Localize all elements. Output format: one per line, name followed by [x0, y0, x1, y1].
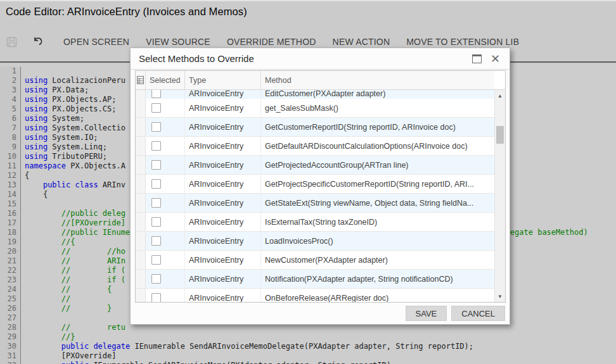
type-cell[interactable]: ARInvoiceEntry	[185, 289, 261, 302]
scroll-down-icon[interactable]: ▼	[495, 291, 505, 301]
line-number: 12	[0, 171, 21, 180]
row-header-cell[interactable]	[136, 213, 146, 231]
dialog-title: Select Methods to Override	[131, 53, 472, 64]
method-cell[interactable]: GetProjectedAccountGroup(ARTran line)	[261, 156, 494, 174]
method-cell[interactable]: GetCustomerReportID(String reportID, ARI…	[261, 118, 494, 136]
scroll-up-icon[interactable]: ▲	[495, 91, 505, 101]
table-row[interactable]: ARInvoiceEntryLoadInvoicesProc()	[136, 232, 494, 251]
type-cell[interactable]: ARInvoiceEntry	[185, 156, 261, 174]
column-header-method[interactable]: Method	[261, 71, 494, 89]
row-checkbox[interactable]	[151, 122, 161, 132]
table-row[interactable]: ARInvoiceEntryGetCustomerReportID(String…	[136, 118, 494, 137]
row-header-cell[interactable]	[136, 270, 146, 288]
type-cell[interactable]: ARInvoiceEntry	[185, 99, 261, 117]
toolbar-item-move-to-extension-lib[interactable]: MOVE TO EXTENSION LIB	[406, 37, 519, 47]
method-cell[interactable]: GetDefaultARDiscountCalculationOptions(A…	[261, 137, 494, 155]
code-text: // if (	[21, 275, 125, 285]
cancel-button[interactable]: CANCEL	[451, 306, 505, 321]
type-cell[interactable]: ARInvoiceEntry	[185, 118, 261, 136]
table-row[interactable]: ARInvoiceEntryGetStateExt(String viewNam…	[136, 194, 494, 213]
table-row[interactable]: ARInvoiceEntryEditCustomer(PXAdapter ada…	[136, 90, 494, 99]
close-icon[interactable]: ✕	[491, 54, 500, 63]
save-icon[interactable]	[5, 35, 18, 48]
type-cell[interactable]: ARInvoiceEntry	[185, 213, 261, 231]
page-title: Code Editor: ARInvoiceEntry (Invoices an…	[0, 6, 247, 18]
type-cell[interactable]: ARInvoiceEntry	[185, 137, 261, 155]
method-cell[interactable]: OnBeforeRelease(ARRegister doc)	[261, 289, 494, 302]
line-number: 24	[0, 285, 21, 294]
toolbar-item-view-source[interactable]: VIEW SOURCE	[146, 37, 210, 47]
type-cell[interactable]: ARInvoiceEntry	[185, 251, 261, 269]
method-cell[interactable]: NewCustomer(PXAdapter adapter)	[261, 251, 494, 269]
method-cell[interactable]: GetProjectSpecificCustomerReportID(Strin…	[261, 175, 494, 193]
table-row[interactable]: ARInvoiceEntryIsExternalTax(String taxZo…	[136, 213, 494, 232]
row-header-cell[interactable]	[136, 118, 146, 136]
row-header-cell[interactable]	[136, 137, 146, 155]
maximize-icon[interactable]	[472, 54, 482, 63]
row-checkbox[interactable]	[151, 255, 161, 265]
type-cell[interactable]: ARInvoiceEntry	[185, 194, 261, 212]
line-number: 20	[0, 247, 21, 256]
column-header-type[interactable]: Type	[185, 71, 261, 89]
row-checkbox[interactable]	[151, 293, 161, 302]
line-number: 2	[0, 76, 21, 85]
row-header-cell[interactable]	[136, 251, 146, 269]
row-checkbox[interactable]	[151, 103, 161, 113]
type-cell[interactable]: ARInvoiceEntry	[185, 90, 261, 99]
table-row[interactable]: ARInvoiceEntryGetProjectedAccountGroup(A…	[136, 156, 494, 175]
select-cell	[146, 90, 185, 99]
row-header-cell[interactable]	[136, 99, 146, 117]
table-row[interactable]: ARInvoiceEntryNotification(PXAdapter ada…	[136, 270, 494, 289]
code-text: //[PXOverride]	[21, 218, 125, 228]
code-text: using LocalizacionPeru	[21, 76, 125, 85]
method-cell[interactable]: EditCustomer(PXAdapter adapter)	[261, 90, 494, 99]
type-cell[interactable]: ARInvoiceEntry	[185, 232, 261, 250]
row-header-cell[interactable]	[136, 175, 146, 193]
table-row[interactable]: ARInvoiceEntryGetDefaultARDiscountCalcul…	[136, 137, 494, 156]
save-button[interactable]: SAVE	[406, 306, 447, 321]
code-text: //public deleg	[21, 209, 125, 218]
row-checkbox[interactable]	[151, 217, 161, 227]
row-header-cell[interactable]	[136, 232, 146, 250]
line-number: 23	[0, 275, 21, 285]
row-header-cell[interactable]	[136, 90, 146, 99]
row-checkbox[interactable]	[151, 198, 161, 208]
method-cell[interactable]: get_SalesSubMask()	[261, 99, 494, 117]
row-checkbox[interactable]	[151, 236, 161, 246]
column-header-selected[interactable]: Selected	[146, 71, 185, 89]
method-cell[interactable]: Notification(PXAdapter adapter, String n…	[261, 270, 494, 288]
undo-icon[interactable]	[32, 35, 44, 48]
line-number: 9	[0, 142, 21, 152]
method-cell[interactable]: IsExternalTax(String taxZoneID)	[261, 213, 494, 231]
row-checkbox[interactable]	[151, 274, 161, 284]
table-row[interactable]: ARInvoiceEntryGetProjectSpecificCustomer…	[136, 175, 494, 194]
row-checkbox[interactable]	[151, 179, 161, 189]
row-checkbox[interactable]	[151, 90, 161, 98]
method-cell[interactable]: LoadInvoicesProc()	[261, 232, 494, 250]
row-checkbox[interactable]	[151, 160, 161, 170]
toolbar-item-override-method[interactable]: OVERRIDE METHOD	[227, 37, 316, 47]
table-row[interactable]: ARInvoiceEntryget_SalesSubMask()	[136, 99, 494, 118]
code-text: using System;	[21, 114, 84, 123]
vertical-scrollbar[interactable]: ▲ ▼	[494, 90, 505, 302]
table-row[interactable]: ARInvoiceEntryOnBeforeRelease(ARRegister…	[136, 289, 494, 302]
grid-settings-icon[interactable]	[136, 71, 146, 89]
code-text: using PX.Objects.AP;	[21, 95, 117, 104]
toolbar-item-open-screen[interactable]: OPEN SCREEN	[63, 37, 129, 47]
code-text	[21, 66, 25, 76]
row-header-cell[interactable]	[136, 156, 146, 174]
dialog-header: Select Methods to Override ✕	[131, 48, 510, 70]
type-cell[interactable]: ARInvoiceEntry	[185, 175, 261, 193]
line-number: 8	[0, 133, 21, 142]
type-cell[interactable]: ARInvoiceEntry	[185, 270, 261, 288]
row-header-cell[interactable]	[136, 194, 146, 212]
code-text: [PXOverride]	[21, 351, 117, 361]
table-row[interactable]: ARInvoiceEntryNewCustomer(PXAdapter adap…	[136, 251, 494, 270]
row-header-cell[interactable]	[136, 289, 146, 302]
code-text: using System.IO;	[21, 133, 98, 142]
scrollbar-thumb[interactable]	[496, 126, 504, 144]
toolbar-item-new-action[interactable]: NEW ACTION	[333, 37, 390, 47]
row-checkbox[interactable]	[151, 141, 161, 151]
method-cell[interactable]: GetStateExt(String viewName, Object data…	[261, 194, 494, 212]
line-number: 16	[0, 209, 21, 218]
